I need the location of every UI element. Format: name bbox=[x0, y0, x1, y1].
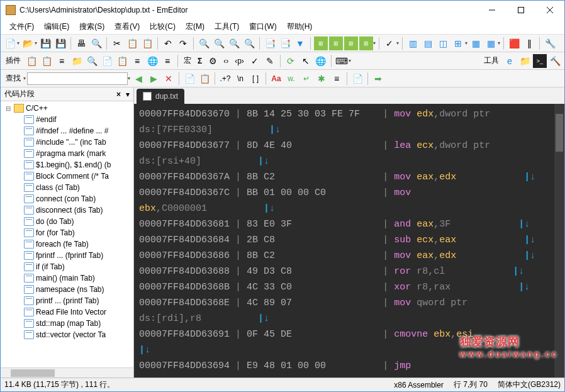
tree-item[interactable]: main() (main Tab) bbox=[2, 272, 132, 284]
properties-button[interactable]: 🔧 bbox=[543, 36, 557, 50]
plugin2-button[interactable]: 📋 bbox=[40, 54, 53, 68]
php-button[interactable]: ‹p› bbox=[232, 57, 247, 65]
wrap-button[interactable]: ↵ bbox=[299, 72, 313, 86]
editor[interactable]: 00007FF84DD63670 | 8B 14 25 30 03 FE 7F … bbox=[134, 104, 564, 378]
plugin1-button[interactable]: 📋 bbox=[25, 54, 38, 68]
tree-item[interactable]: namespace (ns Tab) bbox=[2, 284, 132, 295]
ie-icon[interactable]: e bbox=[503, 54, 517, 68]
maximize-button[interactable] bbox=[506, 1, 535, 20]
brackets-button[interactable]: [ ] bbox=[249, 72, 262, 86]
plugin4-button[interactable]: 📁 bbox=[70, 54, 84, 68]
spellcheck-button[interactable]: ✓ bbox=[383, 36, 396, 50]
sidebar-close-button[interactable]: × bbox=[114, 90, 123, 99]
plugin3-button[interactable]: ≡ bbox=[55, 54, 69, 68]
save-button[interactable]: 💾 bbox=[38, 36, 52, 50]
cmd-button[interactable]: >_ bbox=[533, 54, 547, 68]
cut-button[interactable]: ✂ bbox=[110, 36, 124, 50]
bookmark-clear-button[interactable]: 📑 bbox=[278, 36, 292, 50]
redo-button[interactable]: ↷ bbox=[176, 36, 190, 50]
tree-item[interactable]: #include "..." (inc Tab bbox=[2, 137, 132, 148]
plugin10-button[interactable]: ≡ bbox=[160, 54, 174, 68]
hammer-icon[interactable]: 🔨 bbox=[548, 54, 562, 68]
new-file-button[interactable]: 📄 bbox=[3, 36, 17, 50]
sidebar-pin-button[interactable]: ▾ bbox=[126, 90, 130, 99]
sigma-button[interactable]: Σ bbox=[195, 57, 204, 65]
tree-item[interactable]: #pragma mark (mark bbox=[2, 148, 132, 159]
menu-help[interactable]: 帮助(H) bbox=[282, 20, 318, 34]
copy-button[interactable]: 📋 bbox=[125, 36, 139, 50]
keyboard-button[interactable]: ⌨ bbox=[335, 54, 349, 68]
csv-button[interactable]: ⊞ bbox=[314, 36, 328, 50]
menu-search[interactable]: 搜索(S) bbox=[74, 20, 109, 34]
tree-item[interactable]: disconnect (dis Tab) bbox=[2, 204, 132, 216]
csv2-button[interactable]: ⊞ bbox=[329, 36, 343, 50]
record2-button[interactable]: ‖ bbox=[522, 36, 536, 50]
bookmark-button[interactable]: 📑 bbox=[263, 36, 277, 50]
plugin7-button[interactable]: 📋 bbox=[115, 54, 129, 68]
menu-file[interactable]: 文件(F) bbox=[4, 20, 39, 34]
browser-button[interactable]: 🌐 bbox=[314, 54, 328, 68]
window4-button[interactable]: ⊞ bbox=[451, 36, 465, 50]
open-file-button[interactable]: 📂 bbox=[21, 36, 35, 50]
tree-item[interactable]: Read File Into Vector bbox=[2, 306, 132, 318]
find-doc-button[interactable]: 📄 bbox=[182, 72, 196, 86]
window1-button[interactable]: ▥ bbox=[406, 36, 420, 50]
tree-item[interactable]: fprintf ... (fprintf Tab) bbox=[2, 250, 132, 261]
find-abc-button[interactable]: 📋 bbox=[198, 72, 211, 86]
menu-compare[interactable]: 比较(C) bbox=[145, 20, 181, 34]
explorer-button[interactable]: 📁 bbox=[518, 54, 532, 68]
tree-item[interactable]: std::vector (vector Ta bbox=[2, 329, 132, 340]
window5-button[interactable]: ▦ bbox=[469, 36, 483, 50]
record-button[interactable]: 🟥 bbox=[507, 36, 521, 50]
minimize-button[interactable] bbox=[478, 1, 506, 20]
find-arrow-button[interactable]: ➡ bbox=[371, 72, 385, 86]
csv4-button[interactable]: ⊞ bbox=[359, 36, 373, 50]
replace-button[interactable]: 🔍 bbox=[242, 36, 256, 50]
refresh-button[interactable]: ⟳ bbox=[284, 54, 298, 68]
macro-cfg-button[interactable]: ⚙ bbox=[206, 54, 220, 68]
case-button[interactable]: Aa bbox=[269, 72, 283, 86]
snippet-tree[interactable]: ⊟ C/C++ #endif#ifndef ... #define ... ##… bbox=[1, 101, 133, 367]
tree-item[interactable]: #ifndef ... #define ... # bbox=[2, 125, 132, 137]
find-button[interactable]: 🔍 bbox=[197, 36, 211, 50]
paste-button[interactable]: 📋 bbox=[140, 36, 154, 50]
plugin5-button[interactable]: 🔍 bbox=[85, 54, 99, 68]
plugin8-button[interactable]: ≡ bbox=[130, 54, 144, 68]
find-input[interactable] bbox=[27, 72, 128, 85]
tree-item[interactable]: for (for Tab) bbox=[2, 227, 132, 238]
close-button[interactable] bbox=[535, 1, 564, 20]
tab-file[interactable]: dup.txt bbox=[137, 89, 184, 104]
print-button[interactable]: 🖶 bbox=[74, 36, 88, 50]
undo-button[interactable]: ↶ bbox=[161, 36, 175, 50]
macro-pencil-button[interactable]: ✎ bbox=[263, 54, 277, 68]
editor-vscroll[interactable] bbox=[554, 104, 564, 378]
window3-button[interactable]: ◫ bbox=[436, 36, 450, 50]
menu-view[interactable]: 查看(V) bbox=[109, 20, 145, 34]
tree-item[interactable]: printf ... (printf Tab) bbox=[2, 295, 132, 306]
angle-button[interactable]: ‹› bbox=[221, 57, 231, 65]
tree-item[interactable]: foreach (fe Tab) bbox=[2, 238, 132, 250]
print-preview-button[interactable]: 🔍 bbox=[89, 36, 103, 50]
sidebar-hscroll[interactable] bbox=[1, 367, 133, 378]
plugin6-button[interactable]: 📄 bbox=[100, 54, 114, 68]
find-lines-button[interactable]: ≡ bbox=[330, 72, 344, 86]
find-prev-button[interactable]: 🔍 bbox=[212, 36, 226, 50]
word-button[interactable]: w. bbox=[284, 72, 298, 86]
tree-folder[interactable]: ⊟ C/C++ bbox=[2, 103, 132, 114]
find-x-button[interactable]: ✕ bbox=[162, 72, 176, 86]
macro-check-button[interactable]: ✓ bbox=[248, 54, 262, 68]
save-all-button[interactable]: 💾 bbox=[53, 36, 67, 50]
tree-item[interactable]: do (do Tab) bbox=[2, 216, 132, 227]
tree-item[interactable]: class (cl Tab) bbox=[2, 182, 132, 193]
tree-item[interactable]: if (if Tab) bbox=[2, 261, 132, 272]
find-go-next-button[interactable]: ▶ bbox=[147, 72, 160, 86]
window6-button[interactable]: ▦ bbox=[484, 36, 498, 50]
plugin9-button[interactable]: 🌐 bbox=[145, 54, 159, 68]
menu-tools[interactable]: 工具(T) bbox=[210, 20, 244, 34]
tree-item[interactable]: Block Comment (/* Ta bbox=[2, 171, 132, 182]
tree-collapse-icon[interactable]: ⊟ bbox=[4, 105, 12, 112]
filter-button[interactable]: ▼ bbox=[293, 36, 307, 50]
tree-item[interactable]: #endif bbox=[2, 114, 132, 125]
csv3-button[interactable]: ⊞ bbox=[344, 36, 358, 50]
cursor-button[interactable]: ↖ bbox=[299, 54, 313, 68]
